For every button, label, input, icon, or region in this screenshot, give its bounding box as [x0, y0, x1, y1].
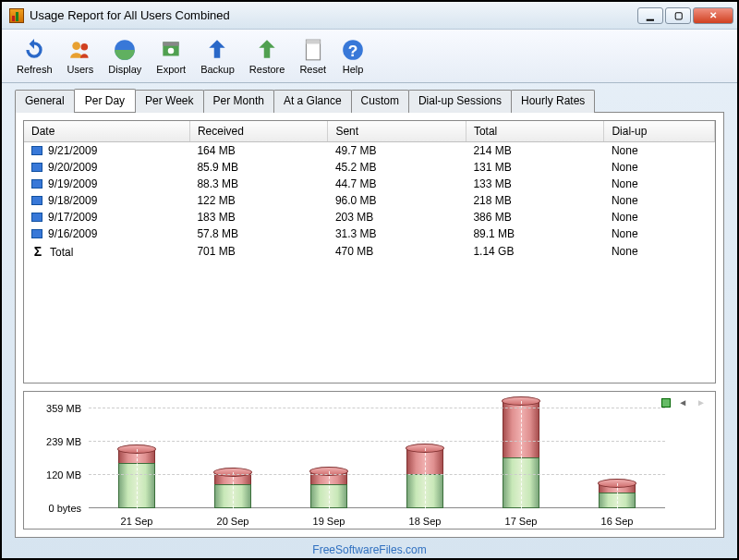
export-icon — [159, 38, 183, 62]
tab-per-day[interactable]: Per Day — [74, 89, 136, 112]
restore-button[interactable]: Restore — [242, 36, 293, 77]
chart-next-button[interactable]: ► — [695, 397, 708, 408]
col-total[interactable]: Total — [466, 121, 604, 142]
table-row[interactable]: 9/16/200957.8 MB31.3 MB89.1 MBNone — [24, 225, 715, 242]
display-button[interactable]: Display — [101, 36, 149, 77]
export-label: Export — [156, 64, 186, 75]
window-title: Usage Report for All Users Combined — [30, 8, 637, 22]
backup-button[interactable]: Backup — [193, 36, 242, 77]
x-tick-label: 19 Sep — [281, 516, 377, 527]
chart: ◄ ► 0 bytes120 MB239 MB359 MB 21 Sep20 S… — [23, 391, 716, 530]
export-button[interactable]: Export — [149, 36, 193, 77]
restore-icon — [255, 38, 279, 62]
chart-bars — [89, 397, 665, 508]
restore-label: Restore — [249, 64, 285, 75]
bar[interactable] — [569, 397, 665, 508]
tab-per-week[interactable]: Per Week — [135, 90, 203, 113]
table-row[interactable]: 9/17/2009183 MB203 MB386 MBNone — [24, 209, 715, 225]
table-row[interactable]: 9/19/200988.3 MB44.7 MB133 MBNone — [24, 176, 715, 192]
bar[interactable] — [377, 397, 473, 508]
data-table-wrap: Date Received Sent Total Dial-up 9/21/20… — [23, 120, 716, 383]
data-table: Date Received Sent Total Dial-up 9/21/20… — [24, 121, 715, 261]
gridline — [89, 474, 665, 475]
users-button[interactable]: Users — [60, 36, 102, 77]
svg-text:?: ? — [348, 41, 358, 59]
display-icon — [113, 38, 137, 62]
bar[interactable] — [473, 397, 569, 508]
backup-icon — [205, 38, 229, 62]
tab-custom[interactable]: Custom — [351, 90, 409, 113]
table-row[interactable]: 9/20/200985.9 MB45.2 MB131 MBNone — [24, 159, 715, 176]
app-icon — [9, 8, 24, 23]
content-area: General Per Day Per Week Per Month At a … — [2, 83, 737, 542]
gridline — [89, 408, 665, 408]
svg-rect-6 — [306, 40, 320, 43]
x-tick-label: 21 Sep — [89, 516, 185, 527]
maximize-button[interactable]: ▢ — [665, 7, 691, 24]
help-icon: ? — [341, 38, 365, 62]
row-icon — [31, 179, 42, 189]
titlebar: Usage Report for All Users Combined ▁ ▢ … — [2, 2, 737, 30]
help-button[interactable]: ? Help — [333, 36, 372, 77]
minimize-button[interactable]: ▁ — [637, 7, 663, 24]
row-icon — [31, 196, 42, 205]
toolbar: Refresh Users Display Export Backup Rest… — [2, 30, 737, 83]
gridline — [89, 441, 665, 442]
row-icon — [31, 213, 42, 222]
reset-button[interactable]: Reset — [292, 36, 333, 77]
svg-rect-3 — [164, 42, 179, 45]
y-tick-label: 0 bytes — [49, 503, 81, 514]
chart-plot-area: 0 bytes120 MB239 MB359 MB 21 Sep20 Sep19… — [89, 397, 665, 508]
tab-strip: General Per Day Per Week Per Month At a … — [15, 90, 724, 113]
watermark: FreeSoftwareFiles.com — [2, 542, 737, 558]
table-row[interactable]: 9/21/2009164 MB49.7 MB214 MBNone — [24, 142, 715, 160]
y-axis: 0 bytes120 MB239 MB359 MB — [31, 397, 85, 508]
col-sent[interactable]: Sent — [328, 121, 466, 142]
reset-icon — [301, 38, 325, 62]
svg-point-4 — [168, 47, 175, 54]
backup-label: Backup — [200, 64, 235, 75]
x-tick-label: 18 Sep — [377, 516, 473, 527]
refresh-icon — [22, 38, 46, 62]
y-tick-label: 239 MB — [46, 436, 81, 447]
tab-panel: Date Received Sent Total Dial-up 9/21/20… — [15, 112, 724, 538]
bar[interactable] — [89, 397, 185, 508]
tab-dial-up-sessions[interactable]: Dial-up Sessions — [408, 90, 512, 113]
tab-per-month[interactable]: Per Month — [203, 90, 274, 113]
col-date[interactable]: Date — [24, 121, 189, 142]
sigma-icon: Σ — [31, 244, 44, 259]
chart-prev-button[interactable]: ◄ — [676, 397, 689, 408]
chart-controls: ◄ ► — [661, 397, 708, 408]
table-total-row[interactable]: ΣTotal701 MB470 MB1.14 GBNone — [24, 242, 715, 261]
bar[interactable] — [281, 397, 377, 508]
display-label: Display — [108, 64, 141, 75]
help-label: Help — [343, 64, 364, 75]
users-label: Users — [67, 64, 94, 75]
window: Usage Report for All Users Combined ▁ ▢ … — [2, 2, 737, 558]
x-tick-label: 20 Sep — [185, 516, 281, 527]
close-button[interactable]: ✕ — [693, 7, 733, 24]
row-icon — [31, 163, 42, 172]
row-icon — [31, 146, 42, 155]
svg-point-1 — [80, 43, 88, 50]
reset-label: Reset — [299, 64, 326, 75]
col-dial-up[interactable]: Dial-up — [604, 121, 715, 142]
tab-general[interactable]: General — [15, 90, 75, 113]
tab-at-a-glance[interactable]: At a Glance — [273, 90, 352, 113]
row-icon — [31, 229, 42, 238]
y-tick-label: 359 MB — [46, 403, 81, 414]
x-axis-labels: 21 Sep20 Sep19 Sep18 Sep17 Sep16 Sep — [89, 516, 665, 527]
window-controls: ▁ ▢ ✕ — [637, 7, 733, 24]
table-row[interactable]: 9/18/2009122 MB96.0 MB218 MBNone — [24, 192, 715, 209]
y-tick-label: 120 MB — [46, 469, 81, 481]
bar[interactable] — [185, 397, 281, 508]
tab-hourly-rates[interactable]: Hourly Rates — [511, 90, 595, 113]
col-received[interactable]: Received — [189, 121, 328, 142]
x-tick-label: 17 Sep — [473, 516, 569, 527]
svg-point-0 — [72, 42, 80, 50]
refresh-label: Refresh — [17, 64, 53, 75]
users-icon — [68, 38, 92, 62]
refresh-button[interactable]: Refresh — [9, 36, 60, 77]
x-tick-label: 16 Sep — [569, 516, 665, 527]
